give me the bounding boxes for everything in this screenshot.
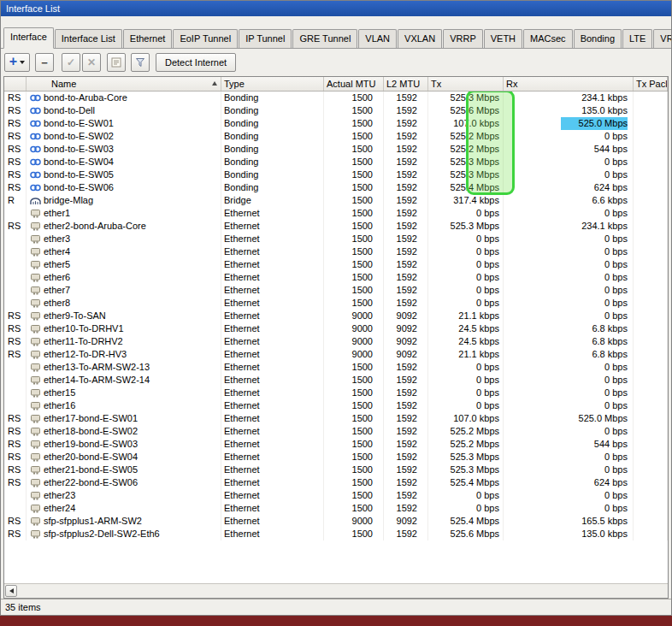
table-row[interactable]: RS bond-to-E-SW02 Bonding 1500 1592 525.… bbox=[4, 130, 668, 143]
comment-button[interactable] bbox=[107, 53, 126, 72]
row-rx: 234.1 kbps bbox=[504, 220, 634, 233]
ethernet-icon bbox=[30, 234, 41, 244]
window-titlebar[interactable]: Interface List bbox=[1, 1, 671, 16]
tab-eoip-tunnel[interactable]: EoIP Tunnel bbox=[173, 29, 238, 48]
table-row[interactable]: RS ether22-bond-E-SW06 Ethernet 1500 159… bbox=[4, 476, 668, 489]
table-row[interactable]: RS bond-to-E-SW06 Bonding 1500 1592 525.… bbox=[4, 181, 668, 194]
table-row[interactable]: ether13-To-ARM-SW2-13 Ethernet 1500 1592… bbox=[4, 361, 668, 374]
table-row[interactable]: R bridge-Mlag Bridge 1500 1592 317.4 kbp… bbox=[4, 194, 668, 207]
table-row[interactable]: RS ether19-bond-E-SW03 Ethernet 1500 159… bbox=[4, 438, 668, 451]
table-row[interactable]: RS ether11-To-DRHV2 Ethernet 9000 9092 2… bbox=[4, 335, 668, 348]
table-row[interactable]: ether15 Ethernet 1500 1592 0 bps 0 bps bbox=[4, 387, 668, 399]
column-header-tx-packet[interactable]: Tx Packet bbox=[634, 77, 668, 91]
row-tx: 0 bps bbox=[428, 207, 504, 220]
row-type: Bonding bbox=[221, 168, 324, 181]
table-row[interactable]: RS ether20-bond-E-SW04 Ethernet 1500 159… bbox=[4, 451, 668, 464]
row-name: ether18-bond-E-SW02 bbox=[27, 425, 221, 438]
tab-bonding[interactable]: Bonding bbox=[574, 29, 622, 48]
table-row[interactable]: ether16 Ethernet 1500 1592 0 bps 0 bps bbox=[4, 399, 668, 412]
table-row[interactable]: RS bond-to-Aruba-Core Bonding 1500 1592 … bbox=[4, 92, 668, 104]
add-icon: + bbox=[9, 55, 17, 68]
tab-vrrp[interactable]: VRRP bbox=[443, 29, 483, 48]
disable-button[interactable]: ✕ bbox=[82, 53, 101, 72]
table-row[interactable]: RS bond-to-E-SW04 Bonding 1500 1592 525.… bbox=[4, 156, 668, 168]
status-bar: 35 items bbox=[1, 599, 671, 615]
row-type: Ethernet bbox=[221, 502, 324, 515]
tab-interface-list[interactable]: Interface List bbox=[55, 29, 122, 48]
table-row[interactable]: ether3 Ethernet 1500 1592 0 bps 0 bps bbox=[4, 233, 668, 245]
table-row[interactable]: RS bond-to-E-SW01 Bonding 1500 1592 107.… bbox=[4, 117, 668, 130]
row-tx: 525.2 Mbps bbox=[428, 143, 504, 156]
row-type: Ethernet bbox=[221, 361, 324, 374]
column-header-name[interactable]: Name bbox=[27, 77, 221, 91]
row-tx: 525.2 Mbps bbox=[428, 438, 504, 451]
row-type: Ethernet bbox=[221, 310, 324, 322]
table-row[interactable]: RS ether21-bond-E-SW05 Ethernet 1500 159… bbox=[4, 464, 668, 476]
table-row[interactable]: RS bond-to-Dell Bonding 1500 1592 525.6 … bbox=[4, 104, 668, 117]
table-row[interactable]: ether7 Ethernet 1500 1592 0 bps 0 bps bbox=[4, 284, 668, 297]
detect-internet-button[interactable]: Detect Internet bbox=[156, 53, 236, 72]
column-header-l2-mtu[interactable]: L2 MTU bbox=[384, 77, 428, 91]
row-type: Ethernet bbox=[221, 284, 324, 297]
table-row[interactable]: RS ether9-To-SAN Ethernet 9000 9092 21.1… bbox=[4, 310, 668, 322]
column-header-tx[interactable]: Tx bbox=[428, 77, 504, 91]
table-row[interactable]: RS ether12-To-DR-HV3 Ethernet 9000 9092 … bbox=[4, 348, 668, 361]
row-name-label: bond-to-Aruba-Core bbox=[44, 92, 127, 104]
table-row[interactable]: ether14-To-ARM-SW2-14 Ethernet 1500 1592… bbox=[4, 374, 668, 387]
tab-veth[interactable]: VETH bbox=[484, 29, 522, 48]
column-header-flags[interactable] bbox=[4, 77, 27, 91]
table-row[interactable]: ether6 Ethernet 1500 1592 0 bps 0 bps bbox=[4, 271, 668, 284]
tab-vxlan[interactable]: VXLAN bbox=[398, 29, 442, 48]
enable-button[interactable]: ✓ bbox=[62, 53, 80, 72]
table-row[interactable]: ether1 Ethernet 1500 1592 0 bps 0 bps bbox=[4, 207, 668, 220]
row-actual-mtu: 1500 bbox=[324, 271, 384, 284]
ethernet-icon bbox=[30, 388, 41, 398]
filter-button[interactable] bbox=[131, 53, 150, 72]
table-row[interactable]: RS bond-to-E-SW03 Bonding 1500 1592 525.… bbox=[4, 143, 668, 156]
tab-gre-tunnel[interactable]: GRE Tunnel bbox=[292, 29, 357, 48]
table-row[interactable]: ether5 Ethernet 1500 1592 0 bps 0 bps bbox=[4, 258, 668, 271]
table-row[interactable]: RS ether17-bond-E-SW01 Ethernet 1500 159… bbox=[4, 412, 668, 425]
row-type: Ethernet bbox=[221, 399, 324, 412]
column-header-actual-mtu[interactable]: Actual MTU bbox=[324, 77, 384, 91]
table-row[interactable]: RS ether2-bond-Aruba-Core Ethernet 1500 … bbox=[4, 220, 668, 233]
row-l2-mtu: 1592 bbox=[384, 399, 428, 412]
row-flags: RS bbox=[4, 515, 27, 528]
horizontal-scrollbar[interactable] bbox=[4, 583, 668, 598]
column-header-type[interactable]: Type bbox=[221, 77, 324, 91]
tab-vlan[interactable]: VLAN bbox=[358, 29, 397, 48]
table-row[interactable]: ether23 Ethernet 1500 1592 0 bps 0 bps bbox=[4, 489, 668, 502]
remove-button[interactable]: − bbox=[35, 53, 54, 72]
row-tx: 24.5 kbps bbox=[428, 322, 504, 335]
table-row[interactable]: RS sfp-sfpplus1-ARM-SW2 Ethernet 9000 90… bbox=[4, 515, 668, 528]
tab-interface[interactable]: Interface bbox=[3, 27, 54, 49]
tab-ethernet[interactable]: Ethernet bbox=[123, 29, 173, 48]
row-type: Ethernet bbox=[221, 322, 324, 335]
tab-ip-tunnel[interactable]: IP Tunnel bbox=[239, 29, 292, 48]
table-row[interactable]: RS ether10-To-DRHV1 Ethernet 9000 9092 2… bbox=[4, 322, 668, 335]
column-header-rx[interactable]: Rx bbox=[504, 77, 634, 91]
row-name: bond-to-E-SW04 bbox=[27, 156, 221, 168]
ethernet-icon bbox=[30, 478, 41, 487]
ethernet-icon bbox=[30, 517, 41, 526]
table-row[interactable]: ether8 Ethernet 1500 1592 0 bps 0 bps bbox=[4, 297, 668, 310]
row-actual-mtu: 1500 bbox=[324, 399, 384, 412]
row-rx: 0 bps bbox=[504, 387, 634, 399]
tab-lte[interactable]: LTE bbox=[622, 29, 652, 48]
row-actual-mtu: 1500 bbox=[324, 117, 384, 130]
row-name-label: ether1 bbox=[44, 207, 70, 220]
row-tx: 0 bps bbox=[428, 399, 504, 412]
tab-vrf[interactable]: VRF bbox=[653, 29, 672, 48]
row-tx-packet bbox=[634, 130, 668, 143]
table-row[interactable]: ether4 Ethernet 1500 1592 0 bps 0 bps bbox=[4, 245, 668, 258]
add-button[interactable]: + bbox=[4, 53, 30, 72]
row-name-label: bond-to-Dell bbox=[44, 104, 95, 117]
table-row[interactable]: RS bond-to-E-SW05 Bonding 1500 1592 525.… bbox=[4, 168, 668, 181]
table-row[interactable]: RS sfp-sfpplus2-Dell-SW2-Eth6 Ethernet 1… bbox=[4, 528, 668, 540]
row-tx-packet bbox=[634, 233, 668, 245]
table-row[interactable]: RS ether18-bond-E-SW02 Ethernet 1500 159… bbox=[4, 425, 668, 438]
row-l2-mtu: 1592 bbox=[384, 117, 428, 130]
scroll-left-button[interactable] bbox=[5, 585, 17, 597]
tab-macsec[interactable]: MACsec bbox=[523, 29, 573, 48]
table-row[interactable]: ether24 Ethernet 1500 1592 0 bps 0 bps bbox=[4, 502, 668, 515]
